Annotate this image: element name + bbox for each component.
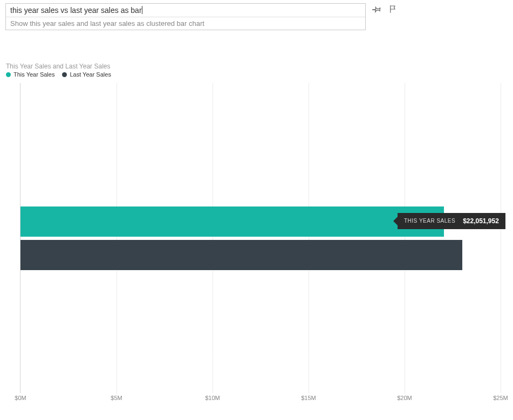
tooltip-value: $22,051,952 <box>463 217 499 225</box>
plot-area[interactable]: $0M$5M$10M$15M$20M$25M <box>20 83 500 393</box>
gridline <box>501 83 501 393</box>
x-axis-tick-label: $5M <box>111 395 122 401</box>
pin-icon[interactable] <box>372 4 382 14</box>
gridline <box>117 83 117 393</box>
query-text: this year sales vs last year sales as ba… <box>10 6 142 15</box>
text-caret <box>142 6 142 14</box>
query-box[interactable]: this year sales vs last year sales as ba… <box>5 3 366 30</box>
x-axis-tick-label: $15M <box>301 395 316 401</box>
chart-plot: $0M$5M$10M$15M$20M$25M THIS YEAR SALES $… <box>6 83 505 401</box>
query-icons <box>372 4 398 14</box>
tooltip-label: THIS YEAR SALES <box>404 218 455 224</box>
bar-last-year-sales[interactable] <box>20 240 462 270</box>
legend-item[interactable]: Last Year Sales <box>62 71 111 78</box>
chart-tooltip: THIS YEAR SALES $22,051,952 <box>398 213 505 229</box>
legend-item[interactable]: This Year Sales <box>6 71 54 78</box>
chart-legend: This Year Sales Last Year Sales <box>6 71 111 78</box>
query-suggestion[interactable]: Show this year sales and last year sales… <box>6 17 365 30</box>
tooltip-arrow-icon <box>393 217 398 225</box>
x-axis-tick-label: $10M <box>205 395 220 401</box>
x-axis-tick-label: $0M <box>15 395 26 401</box>
x-axis-tick-label: $20M <box>397 395 412 401</box>
query-input-row[interactable]: this year sales vs last year sales as ba… <box>6 4 365 17</box>
gridline <box>213 83 213 393</box>
legend-label: This Year Sales <box>13 71 54 78</box>
legend-swatch-teal <box>6 72 11 77</box>
legend-label: Last Year Sales <box>70 71 111 78</box>
chart-title: This Year Sales and Last Year Sales <box>6 63 110 70</box>
gridline <box>309 83 309 393</box>
gridline <box>405 83 405 393</box>
bar-this-year-sales[interactable] <box>20 206 444 237</box>
x-axis-tick-label: $25M <box>493 395 508 401</box>
legend-swatch-dark <box>62 72 67 77</box>
flag-icon[interactable] <box>388 4 398 14</box>
